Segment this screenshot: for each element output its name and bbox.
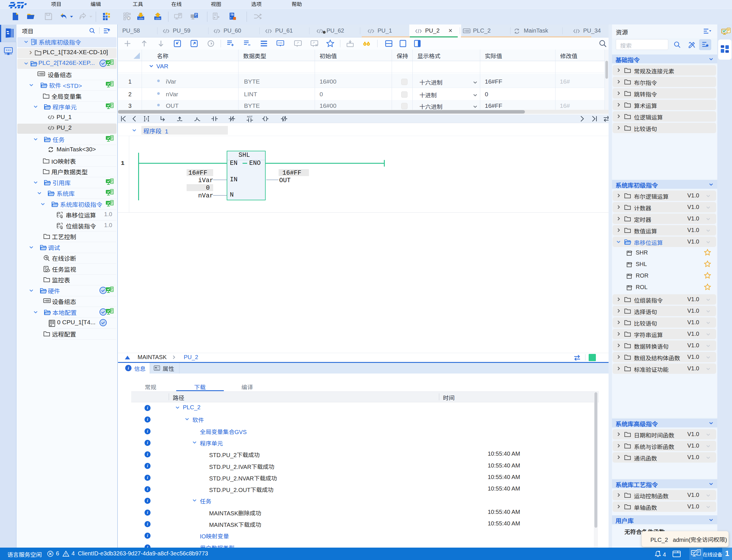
svg-text:10: 10	[111, 290, 113, 291]
svg-text:I: I	[146, 117, 148, 121]
svg-text:1100: 1100	[138, 17, 143, 20]
svg-text:/*: /*	[297, 42, 299, 45]
svg-text:10: 10	[111, 311, 113, 313]
svg-text:NOT: NOT	[247, 115, 253, 118]
svg-text:10: 10	[231, 14, 234, 16]
svg-text:10: 10	[195, 16, 197, 18]
svg-text:10: 10	[111, 63, 113, 64]
svg-text:10: 10	[111, 182, 113, 183]
svg-text:10: 10	[111, 203, 113, 205]
svg-text:10: 10	[111, 84, 113, 86]
svg-text:10: 10	[111, 106, 113, 108]
svg-text:10: 10	[111, 192, 113, 194]
svg-text:10: 10	[111, 138, 113, 140]
svg-text:1100: 1100	[155, 17, 160, 20]
svg-text:/*: /*	[313, 42, 315, 45]
